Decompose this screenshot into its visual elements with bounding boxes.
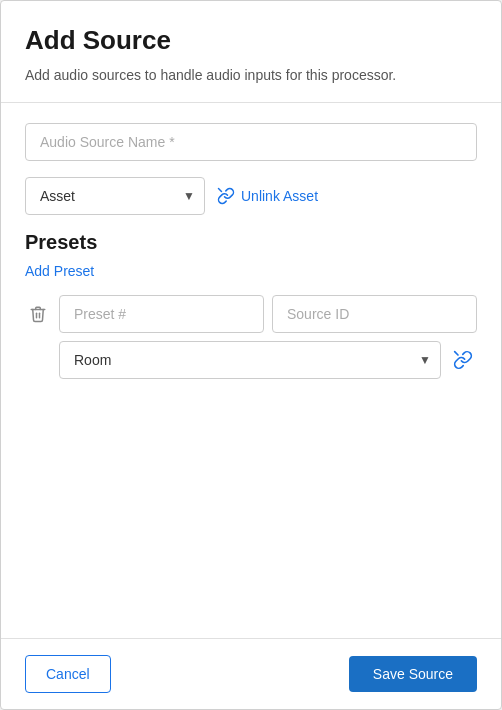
svg-line-0 <box>219 188 222 191</box>
svg-line-1 <box>455 351 458 354</box>
audio-source-name-group <box>25 123 477 161</box>
room-select-wrapper: Room ▼ <box>59 341 441 379</box>
preset-fields-top <box>59 295 477 333</box>
room-select[interactable]: Room <box>59 341 441 379</box>
cancel-button[interactable]: Cancel <box>25 655 111 693</box>
preset-number-input[interactable] <box>59 295 264 333</box>
add-source-dialog: Add Source Add audio sources to handle a… <box>0 0 502 710</box>
unlink-icon <box>217 187 235 205</box>
presets-section-title: Presets <box>25 231 477 254</box>
preset-row: Room ▼ <box>25 295 477 379</box>
unlink-asset-button[interactable]: Unlink Asset <box>217 187 318 205</box>
audio-source-name-input[interactable] <box>25 123 477 161</box>
asset-select-wrapper: Asset ▼ <box>25 177 205 215</box>
asset-select[interactable]: Asset <box>25 177 205 215</box>
asset-row: Asset ▼ Unlink Asset <box>25 177 477 215</box>
link-preset-button[interactable] <box>449 346 477 374</box>
presets-section: Presets Add Preset <box>25 231 477 379</box>
dialog-header: Add Source Add audio sources to handle a… <box>1 1 501 103</box>
dialog-body: Asset ▼ Unlink Asset Presets Add Preset <box>1 103 501 638</box>
unlink-asset-label: Unlink Asset <box>241 188 318 204</box>
source-id-input[interactable] <box>272 295 477 333</box>
save-source-button[interactable]: Save Source <box>349 656 477 692</box>
preset-fields: Room ▼ <box>59 295 477 379</box>
dialog-subtitle: Add audio sources to handle audio inputs… <box>25 66 477 86</box>
delete-preset-button[interactable] <box>25 297 51 331</box>
page-title: Add Source <box>25 25 477 56</box>
add-preset-button[interactable]: Add Preset <box>25 263 94 279</box>
preset-bottom-row: Room ▼ <box>59 341 477 379</box>
dialog-footer: Cancel Save Source <box>1 638 501 709</box>
trash-icon <box>29 305 47 323</box>
link-broken-icon <box>453 350 473 370</box>
